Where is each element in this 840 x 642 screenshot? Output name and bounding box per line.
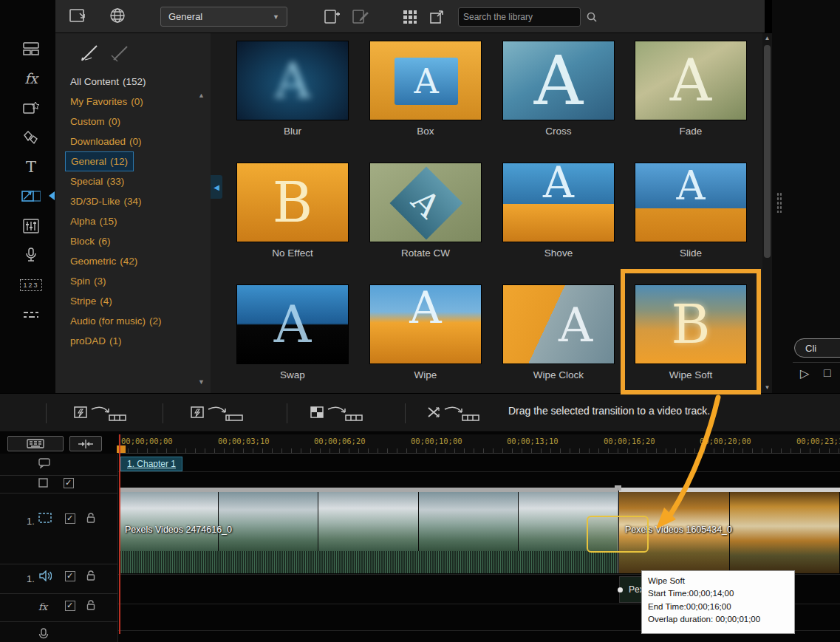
apply-random-transition-button[interactable] [427, 403, 480, 424]
category-alpha[interactable]: Alpha(15) [65, 211, 123, 231]
transition-thumbnail[interactable]: A [369, 284, 482, 364]
fx-track-enable-checkbox[interactable] [65, 601, 75, 611]
subtitle-room-icon[interactable] [15, 303, 47, 327]
category-geometric[interactable]: Geometric(42) [65, 251, 143, 271]
audio-track-enable-checkbox[interactable] [65, 571, 75, 581]
transition-item-box[interactable]: A Box [369, 41, 482, 137]
grid-view-icon[interactable] [403, 10, 417, 24]
range-track-checkbox[interactable] [64, 478, 74, 488]
pip-objects-room-icon[interactable] [15, 96, 47, 120]
new-folder-icon[interactable] [323, 8, 341, 24]
transition-thumbnail[interactable]: A [502, 284, 615, 364]
grid-scrollbar[interactable]: ▲ ▼ [762, 33, 772, 393]
transition-item-wipe-clock[interactable]: A Wipe Clock [502, 284, 615, 380]
scroll-down-icon[interactable]: ▼ [198, 378, 205, 386]
transition-item-blur[interactable]: A Blur [236, 41, 349, 137]
scrollbar-thumb[interactable] [764, 45, 771, 258]
search-icon[interactable] [582, 12, 601, 22]
voiceover-room-icon[interactable] [15, 244, 47, 267]
timeline-ruler[interactable]: 00;00;00;00 00;00;03;10 00;00;06;20 00;0… [118, 434, 840, 454]
video-track-enable-checkbox[interactable] [65, 513, 75, 524]
transition-thumbnail[interactable]: A [635, 163, 747, 242]
video-clip-2[interactable]: Pexels Videos 1605434_0 [619, 488, 840, 573]
video-track-lock-icon[interactable] [86, 512, 96, 524]
transition-thumbnail[interactable]: A [236, 41, 349, 120]
edit-item-icon[interactable] [351, 8, 369, 24]
fx-track-lock-icon[interactable] [86, 599, 96, 611]
transition-thumbnail[interactable]: A [369, 163, 482, 242]
transition-thumbnail[interactable]: A [369, 41, 482, 120]
panel-resize-handle[interactable] [776, 192, 782, 213]
category-all-content[interactable]: All Content(152) [65, 72, 151, 92]
timestamp: 00;00;23;10 [796, 437, 840, 445]
video-track-icon[interactable] [38, 513, 52, 523]
transition-item-no-effect[interactable]: B No Effect [236, 163, 349, 259]
category-stripe[interactable]: Stripe(4) [65, 291, 117, 311]
transition-item-cross[interactable]: A Cross [502, 41, 615, 137]
collapse-panel-icon[interactable]: ◀ [211, 175, 222, 199]
category-prodad[interactable]: proDAD(1) [65, 331, 127, 351]
playhead-line[interactable] [119, 434, 120, 634]
transition-item-wipe[interactable]: A Wipe [369, 284, 482, 380]
category-block[interactable]: Block(6) [65, 231, 116, 251]
playhead-grip[interactable] [117, 445, 126, 453]
marker-track-icon[interactable] [38, 458, 50, 468]
directorzone-globe-icon[interactable] [109, 7, 126, 24]
category-audio-for-music[interactable]: Audio (for music)(2) [65, 311, 167, 331]
transition-thumbnail[interactable]: B [236, 163, 349, 242]
transition-thumbnail[interactable]: A [236, 284, 349, 364]
range-track-icon[interactable] [38, 478, 48, 488]
library-filter-dropdown[interactable]: General ▼ [160, 7, 287, 27]
apply-cross-transition-button[interactable] [310, 403, 363, 424]
category-3d-like[interactable]: 3D/3D-Like(34) [65, 191, 147, 211]
audio-clip-keyframe-dot[interactable] [618, 587, 623, 593]
video-clip-1[interactable]: Pexels Videos 2474616_0 [119, 488, 618, 573]
category-my-favorites[interactable]: My Favorites(0) [65, 92, 148, 112]
transition-drop-zone[interactable] [587, 516, 649, 553]
scroll-up-icon[interactable]: ▲ [762, 33, 772, 44]
chapter-marker[interactable]: 1. Chapter 1 [120, 457, 182, 471]
media-room-icon[interactable] [15, 37, 47, 61]
particle-room-icon[interactable] [15, 126, 47, 149]
stop-button[interactable]: □ [824, 366, 831, 380]
clip-label: Pexels Videos 2474616_0 [125, 525, 232, 535]
transition-item-slide[interactable]: A Slide [635, 163, 747, 259]
search-input[interactable] [459, 12, 582, 22]
transition-thumbnail[interactable]: A [502, 163, 615, 242]
chevron-down-icon: ▼ [273, 13, 279, 21]
active-room-marker [49, 191, 55, 200]
play-button[interactable]: ▷ [800, 366, 809, 380]
category-general[interactable]: General(12) [65, 151, 134, 171]
snap-align-button[interactable] [69, 436, 102, 451]
download-content-icon[interactable] [69, 7, 88, 25]
category-spin[interactable]: Spin(3) [65, 271, 112, 291]
transition-room-icon[interactable] [15, 185, 47, 208]
category-special[interactable]: Special(33) [65, 171, 129, 191]
apply-prefix-transition-button[interactable] [191, 403, 244, 424]
transition-item-shove[interactable]: A Shove [502, 163, 615, 259]
transition-item-wipe-soft[interactable]: B Wipe Soft [635, 284, 747, 380]
audio-track-icon[interactable] [38, 570, 52, 581]
erase-pen-icon[interactable] [109, 42, 129, 63]
track-manager-button[interactable] [7, 436, 64, 451]
audio-track-lock-icon[interactable] [86, 570, 96, 581]
transition-thumbnail[interactable]: B [635, 284, 747, 364]
scroll-down-icon[interactable]: ▼ [762, 383, 772, 393]
chapter-room-icon[interactable]: 123 [15, 273, 47, 297]
effect-room-icon[interactable]: fx [15, 66, 47, 90]
category-downloaded[interactable]: Downloaded(0) [65, 132, 147, 151]
clip-mode-button[interactable]: Cli [794, 338, 840, 358]
transition-item-swap[interactable]: A Swap [236, 284, 349, 380]
transition-thumbnail[interactable]: A [635, 41, 747, 120]
tag-pen-icon[interactable] [79, 42, 100, 63]
transition-item-fade[interactable]: A Fade [635, 41, 747, 137]
audio-mixing-room-icon[interactable] [15, 214, 47, 238]
transition-thumbnail[interactable]: A [502, 41, 615, 120]
scroll-up-icon[interactable]: ▲ [198, 92, 205, 99]
voice-track-icon[interactable] [38, 628, 49, 641]
apply-fading-transition-button[interactable] [74, 403, 127, 424]
category-custom[interactable]: Custom(0) [65, 112, 126, 132]
detach-panel-icon[interactable] [429, 10, 444, 24]
transition-item-rotate-cw[interactable]: A Rotate CW [369, 163, 482, 259]
title-room-icon[interactable]: T [15, 155, 47, 179]
